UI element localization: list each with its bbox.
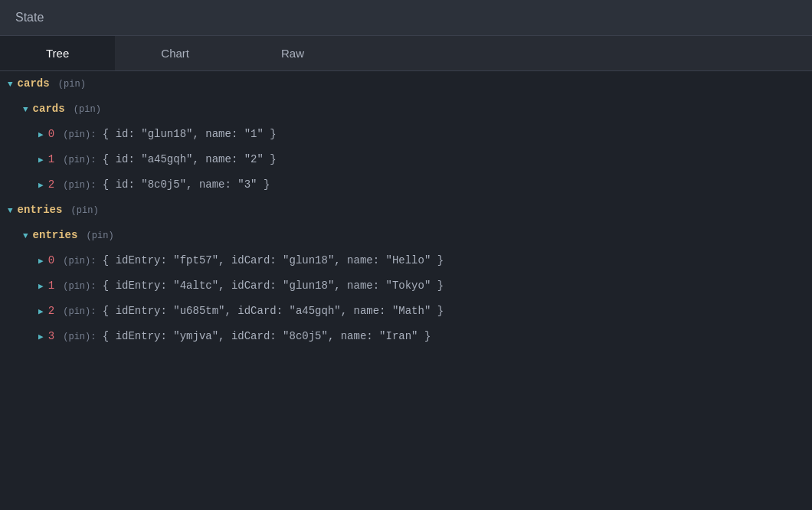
index-num: 0 — [48, 254, 54, 266]
index-num: 1 — [48, 280, 54, 292]
index-num: 2 — [48, 178, 54, 191]
index-num: 1 — [48, 153, 54, 165]
pin-label: (pin) — [80, 230, 113, 241]
pin-label: (pin): — [57, 306, 96, 317]
pin-label: (pin): — [57, 256, 96, 266]
tree-row[interactable]: ▶1 (pin): { idEntry: "4altc", idCard: "g… — [0, 273, 812, 299]
value-text: { idEntry: "fpt57", idCard: "glun18", na… — [96, 254, 444, 266]
key-name: cards — [18, 77, 50, 90]
tree-row[interactable]: ▶2 (pin): { idEntry: "u685tm", idCard: "… — [0, 299, 812, 324]
triangle-down-icon: ▼ — [8, 80, 13, 89]
key-name: entries — [33, 229, 78, 241]
tree-row[interactable]: ▼cards (pin) — [0, 96, 812, 122]
header-title: State — [15, 11, 44, 25]
index-num: 2 — [48, 305, 54, 317]
triangle-down-icon: ▼ — [23, 105, 28, 114]
tree-row[interactable]: ▶0 (pin): { idEntry: "fpt57", idCard: "g… — [0, 248, 812, 273]
tree-row[interactable]: ▼cards (pin) — [0, 71, 812, 96]
key-name: entries — [18, 204, 63, 216]
pin-label: (pin) — [65, 205, 98, 216]
value-text: { idEntry: "u685tm", idCard: "a45gqh", n… — [96, 305, 444, 317]
index-num: 3 — [48, 330, 54, 342]
tab-raw[interactable]: Raw — [235, 36, 350, 70]
tree-row[interactable]: ▶1 (pin): { id: "a45gqh", name: "2" } — [0, 147, 812, 172]
pin-label: (pin): — [57, 129, 96, 140]
pin-label: (pin): — [57, 180, 96, 191]
value-text: { id: "glun18", name: "1" } — [96, 128, 276, 140]
pin-label: (pin) — [68, 104, 101, 115]
tab-tree[interactable]: Tree — [0, 36, 115, 70]
value-text: { idEntry: "4altc", idCard: "glun18", na… — [96, 280, 444, 292]
tree-content: ▼cards (pin)▼cards (pin)▶0 (pin): { id: … — [0, 71, 812, 505]
triangle-right-icon: ▶ — [38, 257, 44, 266]
value-text: { id: "8c0j5", name: "3" } — [96, 178, 270, 191]
triangle-down-icon: ▼ — [23, 231, 28, 240]
pin-label: (pin): — [57, 332, 96, 342]
tree-row[interactable]: ▼entries (pin) — [0, 223, 812, 248]
key-name: cards — [33, 103, 65, 115]
tree-row[interactable]: ▶0 (pin): { id: "glun18", name: "1" } — [0, 122, 812, 147]
tree-row[interactable]: ▶3 (pin): { idEntry: "ymjva", idCard: "8… — [0, 324, 812, 349]
index-num: 0 — [48, 128, 54, 140]
triangle-right-icon: ▶ — [38, 307, 44, 316]
pin-label: (pin): — [57, 281, 96, 292]
pin-label: (pin) — [53, 79, 86, 90]
triangle-right-icon: ▶ — [38, 155, 44, 165]
value-text: { idEntry: "ymjva", idCard: "8c0j5", nam… — [96, 330, 431, 342]
triangle-right-icon: ▶ — [38, 130, 44, 139]
triangle-right-icon: ▶ — [38, 332, 44, 342]
triangle-right-icon: ▶ — [38, 181, 44, 190]
triangle-down-icon: ▼ — [8, 206, 13, 215]
tab-chart[interactable]: Chart — [115, 36, 235, 70]
value-text: { id: "a45gqh", name: "2" } — [96, 153, 276, 165]
tree-row[interactable]: ▶2 (pin): { id: "8c0j5", name: "3" } — [0, 172, 812, 198]
header: State — [0, 0, 812, 36]
tree-row[interactable]: ▼entries (pin) — [0, 198, 812, 223]
pin-label: (pin): — [57, 155, 96, 165]
tabs-bar: Tree Chart Raw — [0, 36, 812, 71]
triangle-right-icon: ▶ — [38, 282, 44, 291]
